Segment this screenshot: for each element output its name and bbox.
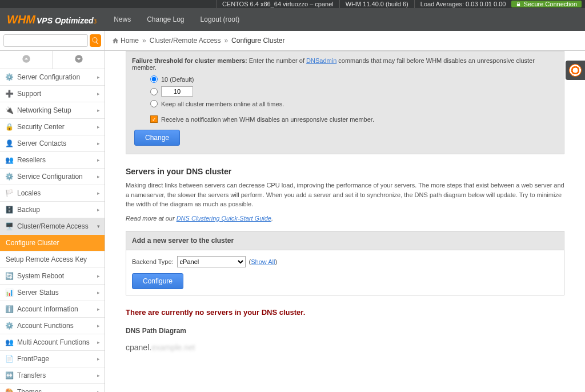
sidebar-sub-remote-access-key[interactable]: Setup Remote Access Key (0, 251, 105, 268)
readmore-paragraph: Read more at our DNS Clustering Quick-St… (126, 214, 564, 223)
quick-start-guide-link[interactable]: DNS Clustering Quick-Start Guide (177, 215, 271, 222)
crumb-leaf: Configure Cluster (231, 37, 285, 45)
nav-logout[interactable]: Logout (root) (201, 15, 240, 23)
chevron-right-icon: ▸ (97, 91, 100, 97)
sidebar-cat-5[interactable]: 👥Resellers▸ (0, 152, 105, 169)
sidebar-cat-1[interactable]: ➕Support▸ (0, 86, 105, 102)
threshold-radio-default[interactable] (150, 75, 158, 83)
threshold-radio-custom[interactable] (150, 88, 158, 95)
chevron-right-icon: ▸ (97, 207, 100, 213)
nav-news[interactable]: News (114, 15, 131, 23)
chevron-right-icon: ▸ (97, 389, 100, 392)
chevron-right-icon: ▸ (97, 356, 100, 362)
status-os: CENTOS 6.4 x86_64 virtuozzo – cpanel (216, 0, 339, 8)
notify-label: Receive a notification when WHM disables… (161, 116, 374, 123)
sidebar-cat-cluster-remote[interactable]: 🖥️ Cluster/Remote Access ▾ (0, 218, 105, 235)
search-wrap (0, 31, 105, 50)
search-icon (91, 37, 99, 45)
chevron-right-icon: ▸ (97, 190, 100, 196)
no-servers-message: There are currently no servers in your D… (126, 308, 564, 317)
breadcrumb: Home » Cluster/Remote Access » Configure… (105, 31, 585, 50)
sidebar-cat-6[interactable]: ⚙️Service Configuration▸ (0, 169, 105, 185)
chevron-right-icon: ▸ (97, 290, 100, 295)
chevron-right-icon: ▸ (97, 124, 100, 130)
chevron-right-icon: ▸ (97, 306, 100, 312)
sidebar-cat-4[interactable]: 👤Server Contacts▸ (0, 135, 105, 152)
add-server-box: Add a new server to the cluster Backend … (126, 231, 564, 295)
sidebar-cat2-5[interactable]: 📄FrontPage▸ (0, 351, 105, 367)
threshold-custom-input[interactable] (161, 86, 193, 97)
dns-node: cpanel.example.net (126, 343, 564, 352)
threshold-radio-keep[interactable] (150, 100, 158, 107)
chevron-right-icon: ▸ (97, 339, 100, 345)
help-float-button[interactable] (566, 61, 585, 80)
home-icon (112, 37, 119, 44)
threshold-keep-label: Keep all cluster members online at all t… (161, 101, 284, 107)
sidebar: ⚙️Server Configuration▸➕Support▸🔌Network… (0, 51, 105, 392)
backend-type-label: Backend Type: (132, 258, 174, 265)
sidebar-cat-8[interactable]: 🗄️Backup▸ (0, 202, 105, 218)
chevron-right-icon: ▸ (97, 107, 100, 113)
chevron-up-icon (22, 54, 31, 63)
crumb-home[interactable]: Home (121, 37, 139, 45)
whm-logo[interactable]: WHMVPS Optimized3 (7, 13, 97, 26)
sidebar-cat2-1[interactable]: 📊Server Status▸ (0, 285, 105, 301)
add-server-heading: Add a new server to the cluster (126, 231, 564, 250)
search-button[interactable] (90, 34, 101, 47)
sidebar-cat-3[interactable]: 🔒Security Center▸ (0, 119, 105, 135)
chevron-down-icon: ▾ (97, 223, 100, 229)
lock-icon (516, 2, 521, 7)
threshold-description: Failure threshold for cluster members: E… (132, 57, 558, 71)
diagram-label: DNS Path Diagram (126, 327, 564, 335)
chevron-right-icon: ▸ (97, 323, 100, 329)
chevron-right-icon: ▸ (97, 273, 100, 279)
sidebar-cat-2[interactable]: 🔌Networking Setup▸ (0, 102, 105, 119)
sidebar-cat2-4[interactable]: 👥Multi Account Functions▸ (0, 334, 105, 351)
threshold-default-label: 10 (Default) (161, 76, 194, 83)
top-navbar: WHMVPS Optimized3 News Change Log Logout… (0, 8, 585, 31)
chevron-right-icon: ▸ (97, 74, 100, 80)
expand-all-button[interactable] (53, 51, 105, 69)
search-input[interactable] (3, 34, 88, 47)
change-button[interactable]: Change (134, 130, 180, 146)
nav-changelog[interactable]: Change Log (147, 15, 184, 23)
sidebar-cat2-7[interactable]: 🎨Themes▸ (0, 384, 105, 392)
sidebar-cat2-6[interactable]: ↔️Transfers▸ (0, 367, 105, 384)
crumb-mid[interactable]: Cluster/Remote Access (150, 37, 221, 45)
servers-paragraph: Making direct links between servers can … (126, 181, 564, 209)
sidebar-cat2-2[interactable]: ℹ️Account Information▸ (0, 301, 105, 318)
lifebuoy-icon (569, 64, 582, 77)
chevron-right-icon: ▸ (97, 141, 100, 146)
servers-heading: Servers in your DNS cluster (126, 167, 564, 176)
sidebar-cat2-0[interactable]: 🔄System Reboot▸ (0, 268, 105, 285)
chevron-right-icon: ▸ (97, 157, 100, 163)
collapse-all-button[interactable] (0, 51, 53, 69)
notify-checkbox[interactable]: ✓ (150, 115, 158, 123)
main-content: Failure threshold for cluster members: E… (105, 51, 585, 392)
show-all-link[interactable]: Show All (251, 258, 275, 265)
sidebar-sub-configure-cluster[interactable]: Configure Cluster (0, 235, 105, 251)
secure-connection-badge[interactable]: Secure Connection (511, 1, 582, 7)
sidebar-cat-0[interactable]: ⚙️Server Configuration▸ (0, 69, 105, 86)
threshold-box: Failure threshold for cluster members: E… (126, 51, 564, 154)
configure-button[interactable]: Configure (132, 273, 183, 289)
chevron-down-icon (74, 54, 83, 63)
chevron-right-icon: ▸ (97, 373, 100, 378)
status-whm: WHM 11.40.0 (build 6) (339, 0, 414, 8)
status-load: Load Averages: 0.03 0.01 0.00 (414, 0, 512, 8)
status-bar: CENTOS 6.4 x86_64 virtuozzo – cpanel WHM… (0, 0, 585, 8)
sidebar-cat-7[interactable]: 🏳️Locales▸ (0, 185, 105, 202)
backend-type-select[interactable]: cPanel (177, 256, 246, 267)
sidebar-cat2-3[interactable]: ⚙️Account Functions▸ (0, 318, 105, 334)
chevron-right-icon: ▸ (97, 174, 100, 179)
cluster-icon: 🖥️ (5, 222, 14, 230)
dnsadmin-link[interactable]: DNSadmin (306, 57, 336, 64)
